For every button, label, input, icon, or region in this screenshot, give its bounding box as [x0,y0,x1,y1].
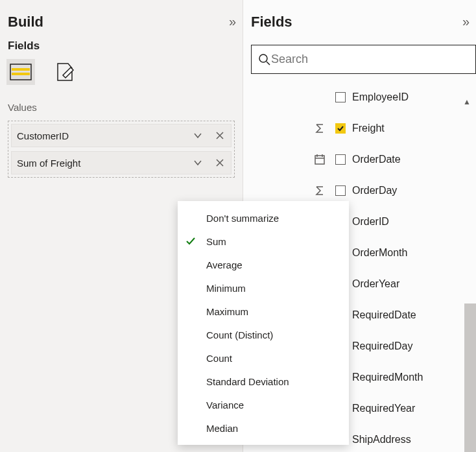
scroll-up-arrow[interactable]: ▲ [463,97,471,106]
field-checkbox[interactable] [335,185,346,196]
search-icon [258,53,271,66]
close-icon [215,158,224,167]
field-name-label: OrderMonth [352,247,407,259]
field-name-label: OrderID [352,216,389,228]
field-checkbox[interactable] [335,92,346,102]
field-name-label: ShipAddress [352,434,411,446]
menu-item[interactable]: Sum [178,230,349,253]
menu-item[interactable]: Minimum [178,276,349,300]
field-row[interactable]: Freight [251,113,476,144]
field-well-remove[interactable] [209,152,231,174]
table-visual-button[interactable] [6,59,35,85]
menu-item-label: Maximum [206,306,248,317]
check-icon [185,236,196,246]
sigma-icon [313,123,327,134]
build-toolbar [0,58,243,97]
menu-item[interactable]: Count [178,346,349,370]
search-input[interactable] [271,53,469,66]
menu-item-label: Average [206,259,243,270]
menu-item[interactable]: Median [178,416,349,440]
field-well-remove[interactable] [209,125,231,147]
page-edit-icon [54,62,76,82]
field-well-dropdown[interactable] [187,152,209,174]
field-name-label: Freight [352,123,385,134]
menu-item-label: Minimum [206,283,246,294]
table-visual-icon [10,64,32,80]
menu-item-label: Count (Distinct) [206,329,273,340]
calendar-icon [313,154,327,165]
field-name-label: RequiredDay [352,340,412,352]
menu-item-label: Standard Deviation [206,376,289,387]
values-wells-box[interactable]: CustomerID Sum of Freight [8,121,235,178]
svg-rect-2 [12,73,30,75]
build-collapse-button[interactable]: » [226,12,236,32]
check-icon [337,125,344,132]
menu-item-label: Sum [206,236,226,247]
field-name-label: RequiredMonth [352,372,423,383]
field-name-label: EmployeeID [352,91,409,103]
svg-rect-5 [315,156,324,164]
fields-panel-header: Fields » [243,0,476,37]
menu-item-label: Median [206,423,238,434]
search-box[interactable] [251,45,476,74]
chevron-right-double-icon: » [229,14,233,29]
chevron-right-double-icon: » [462,14,467,29]
scrollbar-thumb[interactable] [464,303,476,452]
field-name-label: RequiredYear [352,403,415,414]
menu-item-label: Variance [206,399,244,410]
fields-panel-title: Fields [251,14,292,30]
menu-item-label: Don't summarize [206,213,279,224]
field-well-label: CustomerID [12,130,187,141]
build-panel-header: Build » [0,0,243,37]
menu-item[interactable]: Average [178,253,349,276]
menu-item[interactable]: Standard Deviation [178,370,349,393]
svg-point-3 [259,54,267,62]
svg-rect-0 [10,64,31,80]
field-well-dropdown[interactable] [187,125,209,147]
field-checkbox[interactable] [335,123,346,134]
svg-line-4 [267,62,270,65]
menu-item[interactable]: Count (Distinct) [178,323,349,346]
field-name-label: RequiredDate [352,309,416,321]
field-row[interactable]: OrderDate [251,144,476,175]
field-name-label: OrderDay [352,185,397,196]
field-well[interactable]: Sum of Freight [11,151,232,174]
field-checkbox[interactable] [335,154,346,165]
build-panel-title: Build [8,14,43,30]
menu-item[interactable]: Variance [178,393,349,416]
sigma-icon [313,185,327,196]
values-wells: CustomerID Sum of Freight [0,121,243,178]
field-row[interactable]: EmployeeID [251,82,476,113]
values-label: Values [0,97,243,121]
chevron-down-icon [193,158,202,167]
svg-rect-1 [12,68,30,71]
menu-item[interactable]: Don't summarize [178,206,349,230]
build-subsection-title: Fields [0,37,243,58]
menu-item[interactable]: Maximum [178,300,349,323]
field-name-label: OrderYear [352,278,399,290]
fields-collapse-button[interactable]: » [460,12,470,32]
menu-item-label: Count [206,353,232,364]
close-icon [215,131,224,140]
field-well[interactable]: CustomerID [11,124,232,147]
aggregation-context-menu: Don't summarizeSumAverageMinimumMaximumC… [178,201,349,445]
edit-visual-button[interactable] [51,59,79,85]
field-name-label: OrderDate [352,154,401,165]
chevron-down-icon [193,131,202,140]
field-well-label: Sum of Freight [12,158,187,169]
